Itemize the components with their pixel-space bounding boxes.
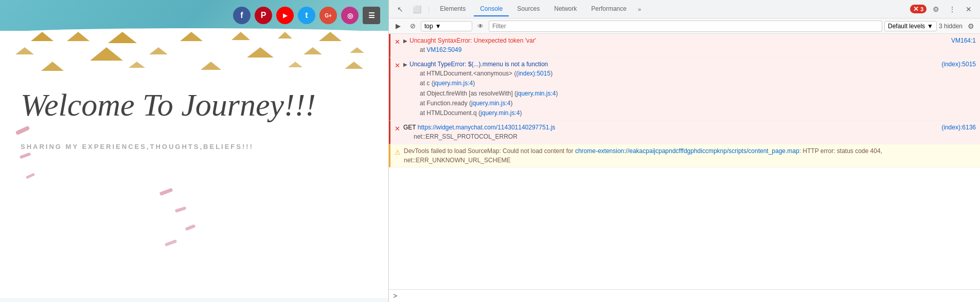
- error-icon-2: ✕: [395, 61, 400, 71]
- website-preview: f P ▶ t G+ ◎ ☰: [0, 0, 388, 302]
- error-2-content: Uncaught TypeError: $(...).mmenu is not …: [409, 60, 976, 118]
- warning-icon-1: ⚠: [395, 147, 401, 158]
- error-2-sub-1: at HTMLDocument.<anonymous> ((index):501…: [420, 69, 976, 79]
- website-content: Welcome To Journey!!! SHARING MY EXPERIE…: [0, 31, 388, 298]
- error-2-link-3[interactable]: jquery.min.js:4: [516, 90, 556, 97]
- more-tabs-btn[interactable]: »: [635, 4, 644, 14]
- gold-chevron: [41, 62, 64, 71]
- gold-chevron: [149, 47, 168, 54]
- console-settings-gear[interactable]: ⚙: [965, 20, 977, 32]
- default-levels-dropdown[interactable]: Default levels ▼: [884, 21, 937, 31]
- tab-elements[interactable]: Elements: [434, 2, 472, 16]
- context-arrow: ▼: [435, 23, 441, 30]
- error-1-sublines: at VM162:5049: [409, 45, 976, 55]
- website-title: Welcome To Journey!!!: [21, 87, 368, 122]
- gold-chevron: [15, 47, 34, 54]
- website-title-container: Welcome To Journey!!!: [21, 87, 368, 122]
- error-icon-1: ✕: [395, 37, 400, 47]
- gold-chevron: [247, 47, 274, 58]
- gold-chevron: [278, 32, 292, 39]
- error-2-link-4[interactable]: jquery.min.js:4: [471, 100, 510, 107]
- tab-network[interactable]: Network: [548, 2, 583, 16]
- error-1-main: Uncaught SyntaxError: Unexpected token '…: [409, 36, 536, 45]
- gold-chevron: [180, 32, 203, 41]
- context-selector[interactable]: top ▼: [421, 21, 472, 31]
- error-3-sub-1: net::ERR_SSL_PROTOCOL_ERROR: [414, 132, 976, 142]
- website-top-bar: f P ▶ t G+ ◎ ☰: [0, 0, 388, 31]
- facebook-social-icon[interactable]: f: [233, 7, 251, 24]
- gold-chevron: [288, 62, 302, 67]
- error-2-link-5[interactable]: jquery.min.js:4: [480, 109, 520, 117]
- expand-arrow-2[interactable]: ▶: [403, 61, 407, 68]
- warning-1-main: DevTools failed to load SourceMap: Could…: [404, 147, 882, 164]
- warning-1-content: DevTools failed to load SourceMap: Could…: [404, 146, 976, 165]
- console-toolbar: ▶ ⊘ top ▼ 👁 Default levels ▼ 3 hidden ⚙: [389, 18, 980, 34]
- gold-chevron: [129, 62, 145, 68]
- levels-arrow: ▼: [927, 23, 933, 30]
- pink-decoration: [20, 152, 31, 159]
- menu-icon[interactable]: ☰: [363, 7, 380, 24]
- twitter-social-icon[interactable]: t: [298, 7, 315, 24]
- error-1-sub-1: at VM162:5049: [420, 45, 976, 55]
- settings-icon[interactable]: ⚙: [929, 2, 943, 16]
- googleplus-social-icon[interactable]: G+: [319, 7, 337, 24]
- error-1-link[interactable]: VM162:5049: [426, 46, 461, 53]
- pink-decoration: [15, 125, 30, 135]
- error-2-location[interactable]: (index):5015: [931, 60, 976, 69]
- gold-chevron: [304, 47, 322, 54]
- error-2-main: Uncaught TypeError: $(...).mmenu is not …: [409, 60, 548, 69]
- tab-sources[interactable]: Sources: [511, 2, 546, 16]
- tab-console[interactable]: Console: [474, 2, 509, 16]
- inspector-icon[interactable]: ↖: [393, 2, 407, 16]
- console-caret[interactable]: >: [389, 289, 980, 302]
- context-label: top: [424, 23, 433, 30]
- error-3-sublines: net::ERR_SSL_PROTOCOL_ERROR: [403, 132, 976, 142]
- youtube-social-icon[interactable]: ▶: [276, 7, 294, 24]
- error-2-sub-2: at c (jquery.min.js:4): [420, 79, 976, 88]
- error-3-url[interactable]: https://widget.manychat.com/114301140297…: [418, 124, 556, 131]
- website-subtitle: SHARING MY EXPERIENCES,THOUGHTS,BELIEFS!…: [21, 143, 368, 150]
- pink-decoration: [26, 173, 35, 179]
- tab-performance[interactable]: Performance: [585, 2, 633, 16]
- gold-chevron: [350, 47, 364, 53]
- gold-chevron: [108, 32, 137, 43]
- filter-input[interactable]: [489, 21, 882, 32]
- error-3-content: GET https://widget.manychat.com/11430114…: [403, 123, 976, 142]
- gold-chevron: [31, 32, 54, 41]
- instagram-social-icon[interactable]: ◎: [341, 7, 359, 24]
- pink-decoration: [165, 239, 177, 247]
- gold-chevron: [345, 62, 363, 69]
- levels-label: Default levels: [888, 23, 925, 30]
- pink-decoration: [185, 224, 196, 231]
- devtools-tab-bar: ↖ ⬜ | Elements Console Sources Network P…: [389, 0, 980, 18]
- error-3-main: GET https://widget.manychat.com/11430114…: [403, 123, 555, 132]
- error-2-sublines: at HTMLDocument.<anonymous> ((index):501…: [409, 69, 976, 118]
- error-3-location[interactable]: (index):6136: [931, 123, 976, 132]
- device-icon[interactable]: ⬜: [409, 2, 424, 16]
- console-warning-1: ⚠ DevTools failed to load SourceMap: Cou…: [389, 144, 980, 167]
- gold-chevron: [319, 32, 342, 41]
- console-error-3: ✕ GET https://widget.manychat.com/114301…: [389, 121, 980, 144]
- error-2-link-1[interactable]: (index):5015: [516, 70, 550, 77]
- pink-decoration: [159, 188, 173, 196]
- caret-symbol[interactable]: >: [393, 292, 397, 300]
- console-error-1: ✕ ▶ Uncaught SyntaxError: Unexpected tok…: [389, 34, 980, 58]
- decorative-chevrons: [0, 31, 388, 82]
- minimize-icon[interactable]: ⋮: [945, 2, 959, 16]
- hidden-count: 3 hidden: [939, 23, 963, 30]
- pinterest-social-icon[interactable]: P: [255, 7, 272, 24]
- console-error-2: ✕ ▶ Uncaught TypeError: $(...).mmenu is …: [389, 58, 980, 121]
- devtools-panel: ↖ ⬜ | Elements Console Sources Network P…: [388, 0, 980, 302]
- gold-chevron: [231, 32, 250, 40]
- console-messages[interactable]: ✕ ▶ Uncaught SyntaxError: Unexpected tok…: [389, 34, 980, 289]
- expand-arrow-1[interactable]: ▶: [403, 37, 407, 45]
- error-2-sub-3: at Object.fireWith [as resolveWith] (jqu…: [420, 89, 976, 99]
- block-btn[interactable]: ⊘: [406, 20, 419, 32]
- error-2-link-2[interactable]: jquery.min.js:4: [434, 80, 473, 87]
- execute-btn[interactable]: ▶: [392, 20, 404, 32]
- close-icon[interactable]: ✕: [961, 2, 976, 16]
- eye-btn[interactable]: 👁: [474, 20, 487, 32]
- warning-1-link[interactable]: chrome-extension://eakacpaijcpapndcfffdg…: [575, 147, 799, 155]
- error-1-location[interactable]: VM164:1: [941, 36, 976, 45]
- separator: |: [428, 6, 430, 13]
